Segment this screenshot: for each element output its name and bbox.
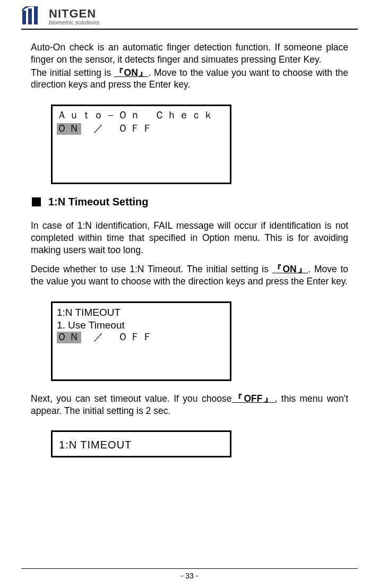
footer-divider (21, 568, 358, 569)
para2a: The initial setting is (31, 67, 114, 78)
paragraph-timeout-value: Next, you can set timeout value. If you … (31, 393, 348, 417)
lcd-1n-on-selected: ＯＮ (57, 332, 81, 343)
brand-sub: biometric solutions (49, 20, 99, 25)
para5a: Next, you can set timeout value. If you … (31, 393, 231, 404)
setting-off-value: 『OFF』 (231, 393, 274, 404)
page-number: - 33 - (181, 572, 199, 580)
lcd-1n-value-line1: 1:N TIMEOUT (59, 438, 226, 452)
section-bullet-icon (32, 197, 41, 206)
lcd-line-options: ＯＮ ／ ＯＦＦ (57, 123, 226, 136)
lcd-1n-timeout-value: 1:N TIMEOUT (51, 430, 231, 457)
lcd-line-title: Ａｕｔｏ－Ｏｎ Ｃｈｅｃｋ (57, 109, 226, 123)
section-heading-1n-timeout: 1:N Timeout Setting (31, 196, 348, 208)
lcd-off-option: ／ ＯＦＦ (81, 123, 154, 135)
setting-on-value-2: 『ON』 (272, 264, 308, 274)
paragraph-1n-setting: Decide whether to use 1:N Timeout. The i… (31, 263, 348, 288)
lcd-on-selected: ＯＮ (57, 123, 81, 135)
svg-rect-2 (34, 6, 38, 24)
lcd-1n-line2: 1. Use Timeout (57, 319, 226, 332)
paragraph-auto-on-desc: Auto-On check is an automatic finger det… (31, 41, 348, 66)
setting-on-value: 『ON』 (114, 67, 149, 78)
brand-text: NITGEN biometric solutions (49, 8, 99, 25)
svg-rect-0 (22, 11, 26, 24)
brand-main: NITGEN (49, 8, 99, 20)
lcd-1n-line1: 1:N TIMEOUT (57, 306, 226, 319)
lcd-auto-on-check: Ａｕｔｏ－Ｏｎ Ｃｈｅｃｋ ＯＮ ／ ＯＦＦ (51, 105, 231, 184)
page-header: NITGEN biometric solutions (21, 6, 358, 30)
section-title: 1:N Timeout Setting (48, 196, 149, 208)
para4a: Decide whether to use 1:N Timeout. The i… (31, 264, 272, 274)
paragraph-1n-desc: In case of 1:N identification, FAIL mess… (31, 220, 348, 256)
lcd-1n-timeout: 1:N TIMEOUT 1. Use Timeout ＯＮ ／ ＯＦＦ (51, 301, 231, 381)
paragraph-auto-on-setting: The initial setting is 『ON』. Move to the… (31, 67, 348, 91)
nitgen-logo-icon (21, 6, 45, 25)
lcd-1n-options: ＯＮ ／ ＯＦＦ (57, 331, 226, 344)
page-footer: - 33 - (0, 565, 379, 581)
lcd-1n-off-option: ／ ＯＦＦ (81, 332, 154, 343)
svg-rect-1 (28, 8, 32, 24)
